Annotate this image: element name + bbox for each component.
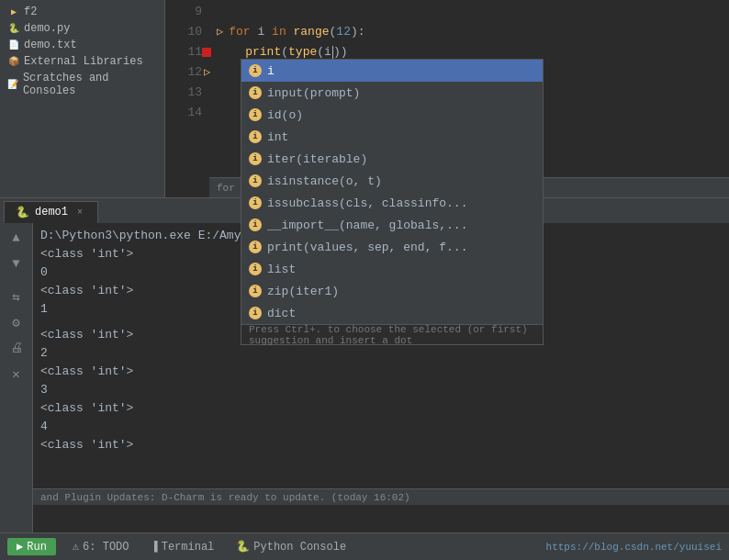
close-button[interactable]: ✕	[6, 363, 28, 385]
line-numbers: 9 10 11 12 13 14	[165, 0, 209, 123]
ac-item-label-9: list	[267, 263, 296, 276]
run-icon: ▶	[17, 540, 23, 554]
ac-item-6[interactable]: i issubclass(cls, classinfo...	[241, 192, 543, 214]
wrap-button[interactable]: ⇆	[6, 286, 28, 308]
ac-item-2[interactable]: i id(o)	[241, 104, 543, 126]
autocomplete-dropdown: i i i input(prompt) i id(o) i int i iter…	[241, 59, 544, 345]
console-tab-demo1[interactable]: 🐍 demo1 ×	[4, 201, 98, 223]
ac-hint-text: Press Ctrl+. to choose the selected (or …	[249, 324, 535, 346]
console-line-10: 4	[40, 418, 722, 436]
todo-button[interactable]: ⚠ 6: TODO	[67, 537, 135, 557]
console-line-11: <class 'int'>	[40, 436, 722, 454]
ac-item-label-0: i	[267, 64, 275, 78]
ac-item-icon-1: i	[249, 86, 262, 99]
ac-item-icon-8: i	[249, 241, 262, 253]
console-line-9: <class 'int'>	[40, 399, 722, 418]
scroll-down-button[interactable]: ▼	[6, 252, 28, 274]
run-label: Run	[27, 541, 47, 554]
python-console-button[interactable]: 🐍 Python Console	[230, 537, 352, 557]
ac-item-label-3: int	[267, 130, 288, 144]
code-line-10: ▷ for i in range(12):	[217, 22, 722, 42]
ac-item-7[interactable]: i __import__(name, globals,...	[241, 214, 543, 236]
status-url[interactable]: https://blog.csdn.net/yuuisei	[546, 542, 722, 553]
folder-icon-3: 📝	[7, 78, 19, 91]
ac-item-11[interactable]: i dict	[241, 302, 543, 324]
status-left: ▶ Run ⚠ 6: TODO ▐ Terminal 🐍 Python Cons…	[7, 537, 352, 557]
file-tree-item-external-libraries[interactable]: 📦 External Libraries	[0, 53, 164, 70]
console-sidebar: ▲ ▼ ⇆ ⚙ 🖨 ✕	[0, 223, 33, 532]
notification-text: and Plugin Updates: D-Charm is ready to …	[40, 492, 410, 503]
settings-button[interactable]: ⚙	[6, 311, 28, 333]
terminal-icon: ▐	[151, 541, 158, 554]
ac-item-5[interactable]: i isinstance(o, t)	[241, 170, 543, 192]
notification-bar: and Plugin Updates: D-Charm is ready to …	[33, 488, 729, 505]
ac-item-label-8: print(values, sep, end, f...	[267, 241, 467, 254]
terminal-label: Terminal	[162, 541, 215, 554]
ac-item-label-1: input(prompt)	[267, 86, 360, 100]
ac-item-label-2: id(o)	[267, 108, 303, 122]
file-tree-item-scratches[interactable]: 📝 Scratches and Consoles	[0, 70, 164, 99]
ac-item-icon-0: i	[249, 64, 262, 77]
ac-item-1[interactable]: i input(prompt)	[241, 82, 543, 104]
ac-item-icon-2: i	[249, 108, 262, 121]
py-file-icon: 🐍	[7, 22, 20, 35]
console-line-7: <class 'int'>	[40, 363, 722, 381]
console-line-6: 2	[40, 344, 722, 363]
folder-icon: ▶	[7, 6, 20, 18]
python-icon: 🐍	[16, 206, 29, 219]
ac-item-icon-11: i	[249, 307, 262, 319]
code-line-9	[217, 2, 722, 22]
file-tree-item-demo-py[interactable]: 🐍 demo.py	[0, 20, 164, 37]
ac-item-icon-5: i	[249, 174, 262, 187]
ac-item-icon-4: i	[249, 152, 262, 165]
todo-icon: ⚠	[73, 540, 79, 554]
console-line-8: 3	[40, 381, 722, 399]
ac-item-label-7: __import__(name, globals,...	[267, 218, 467, 232]
file-tree-item-f2[interactable]: ▶ f2	[0, 4, 164, 20]
ac-item-icon-3: i	[249, 130, 262, 143]
scroll-up-button[interactable]: ▲	[6, 227, 28, 249]
ac-item-0[interactable]: i i	[241, 60, 543, 82]
terminal-button[interactable]: ▐ Terminal	[146, 537, 220, 557]
ac-item-label-5: isinstance(o, t)	[267, 174, 382, 188]
status-bar: ▶ Run ⚠ 6: TODO ▐ Terminal 🐍 Python Cons…	[0, 532, 729, 560]
ac-item-4[interactable]: i iter(iterable)	[241, 148, 543, 170]
ac-item-label-6: issubclass(cls, classinfo...	[267, 196, 467, 210]
ac-item-icon-6: i	[249, 196, 262, 209]
tab-close-button[interactable]: ×	[73, 206, 86, 218]
ac-hint: Press Ctrl+. to choose the selected (or …	[241, 324, 543, 344]
console-tab-label: demo1	[35, 206, 68, 218]
ac-item-8[interactable]: i print(values, sep, end, f...	[241, 236, 543, 258]
ac-item-3[interactable]: i int	[241, 126, 543, 148]
ac-item-label-10: zip(iter1)	[267, 285, 339, 298]
file-tree: ▶ f2 🐍 demo.py 📄 demo.txt 📦 External Lib…	[0, 0, 165, 197]
folder-icon-2: 📦	[7, 55, 20, 68]
python-console-label: Python Console	[253, 541, 346, 554]
run-button[interactable]: ▶ Run	[7, 538, 56, 555]
print-button[interactable]: 🖨	[6, 337, 28, 359]
todo-label: 6: TODO	[83, 541, 129, 554]
url-text: https://blog.csdn.net/yuuisei	[546, 542, 722, 553]
ac-item-icon-9: i	[249, 263, 262, 275]
txt-file-icon: 📄	[7, 39, 20, 51]
file-tree-item-demo-txt[interactable]: 📄 demo.txt	[0, 37, 164, 53]
python-console-icon: 🐍	[236, 540, 250, 554]
ac-item-label-11: dict	[267, 307, 296, 320]
ac-item-10[interactable]: i zip(iter1)	[241, 280, 543, 302]
ac-item-label-4: iter(iterable)	[267, 152, 367, 166]
ac-item-9[interactable]: i list	[241, 258, 543, 280]
ac-item-icon-10: i	[249, 285, 262, 297]
ac-item-icon-7: i	[249, 218, 262, 231]
